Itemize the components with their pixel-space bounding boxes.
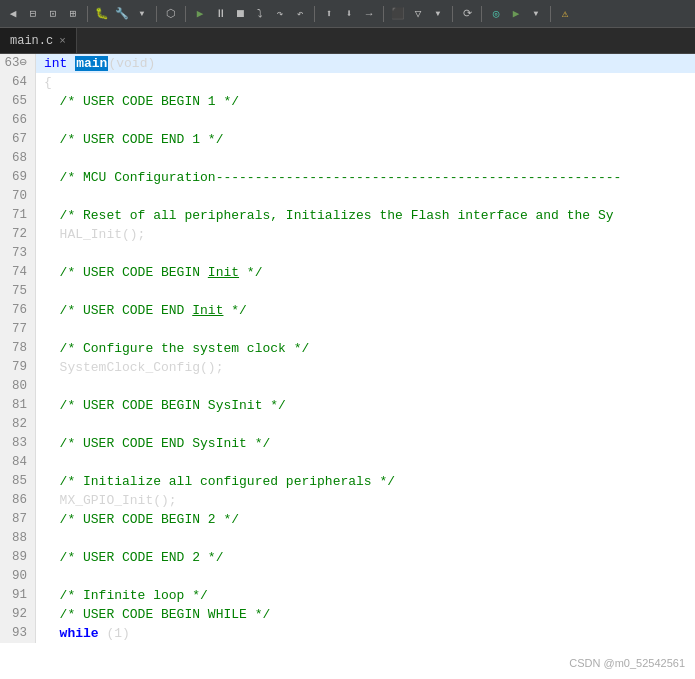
toolbar-stop[interactable]: ⏹ <box>231 5 249 23</box>
code-line: /* Reset of all peripherals, Initializes… <box>36 206 695 225</box>
tab-bar: main.c × <box>0 28 695 54</box>
toolbar-icon-bug[interactable]: 🐛 <box>93 5 111 23</box>
code-line: /* USER CODE END Init */ <box>36 301 695 320</box>
line-number: 81 <box>0 396 36 415</box>
table-row: 90 <box>0 567 695 586</box>
line-number: 88 <box>0 529 36 548</box>
code-line: /* USER CODE BEGIN Init */ <box>36 263 695 282</box>
code-line: /* Configure the system clock */ <box>36 339 695 358</box>
code-line <box>36 149 695 168</box>
toolbar-run[interactable]: ▶ <box>191 5 209 23</box>
line-number: 90 <box>0 567 36 586</box>
line-number: 72 <box>0 225 36 244</box>
table-row: 92 /* USER CODE BEGIN WHILE */ <box>0 605 695 624</box>
table-row: 80 <box>0 377 695 396</box>
line-number: 80 <box>0 377 36 396</box>
toolbar-step-out[interactable]: ↶ <box>291 5 309 23</box>
line-number: 79 <box>0 358 36 377</box>
line-number: 89 <box>0 548 36 567</box>
table-row: 91 /* Infinite loop */ <box>0 586 695 605</box>
code-line: /* Infinite loop */ <box>36 586 695 605</box>
table-row: 85 /* Initialize all configured peripher… <box>0 472 695 491</box>
table-row: 75 <box>0 282 695 301</box>
table-row: 78 /* Configure the system clock */ <box>0 339 695 358</box>
toolbar-icon-hex[interactable]: ⬡ <box>162 5 180 23</box>
code-line <box>36 453 695 472</box>
code-line: /* USER CODE BEGIN WHILE */ <box>36 605 695 624</box>
line-number: 77 <box>0 320 36 339</box>
toolbar-icon-prog[interactable]: ▽ <box>409 5 427 23</box>
toolbar-sep-1 <box>87 6 88 22</box>
toolbar-sep-6 <box>452 6 453 22</box>
line-number: 92 <box>0 605 36 624</box>
toolbar-icon-3[interactable]: ⊡ <box>44 5 62 23</box>
toolbar-icon-warning[interactable]: ⚠ <box>556 5 574 23</box>
toolbar-icon-right[interactable]: → <box>360 5 378 23</box>
line-number: 66 <box>0 111 36 130</box>
code-line <box>36 415 695 434</box>
table-row: 71 /* Reset of all peripherals, Initiali… <box>0 206 695 225</box>
line-number: 69 <box>0 168 36 187</box>
toolbar-sep-4 <box>314 6 315 22</box>
toolbar-icon-2[interactable]: ⊟ <box>24 5 42 23</box>
code-line <box>36 567 695 586</box>
toolbar-sep-5 <box>383 6 384 22</box>
code-line: /* USER CODE BEGIN 1 */ <box>36 92 695 111</box>
code-line <box>36 187 695 206</box>
table-row: 70 <box>0 187 695 206</box>
toolbar-dropdown-arrow3[interactable]: ▼ <box>527 5 545 23</box>
table-row: 79 SystemClock_Config(); <box>0 358 695 377</box>
toolbar-step-into[interactable]: ⤵ <box>251 5 269 23</box>
toolbar-step-over[interactable]: ↷ <box>271 5 289 23</box>
line-number: 83 <box>0 434 36 453</box>
toolbar-icon-1[interactable]: ◀ <box>4 5 22 23</box>
line-number: 67 <box>0 130 36 149</box>
code-line <box>36 320 695 339</box>
toolbar-sep-8 <box>550 6 551 22</box>
line-number: 74 <box>0 263 36 282</box>
toolbar-icon-4[interactable]: ⊞ <box>64 5 82 23</box>
table-row: 74 /* USER CODE BEGIN Init */ <box>0 263 695 282</box>
code-area[interactable]: 63⊖ int main(void) 64 { 65 /* USER CODE … <box>0 54 695 679</box>
watermark: CSDN @m0_52542561 <box>569 657 685 669</box>
line-number: 76 <box>0 301 36 320</box>
code-line: /* USER CODE END SysInit */ <box>36 434 695 453</box>
code-line <box>36 244 695 263</box>
line-number: 78 <box>0 339 36 358</box>
table-row: 63⊖ int main(void) <box>0 54 695 73</box>
code-line: int main(void) <box>36 54 695 73</box>
toolbar-dropdown-arrow2[interactable]: ▼ <box>429 5 447 23</box>
code-line: while (1) <box>36 624 695 643</box>
toolbar-icon-up[interactable]: ⬆ <box>320 5 338 23</box>
line-number: 73 <box>0 244 36 263</box>
toolbar-sep-7 <box>481 6 482 22</box>
table-row: 68 <box>0 149 695 168</box>
toolbar-icon-down[interactable]: ⬇ <box>340 5 358 23</box>
table-row: 86 MX_GPIO_Init(); <box>0 491 695 510</box>
toolbar: ◀ ⊟ ⊡ ⊞ 🐛 🔧 ▼ ⬡ ▶ ⏸ ⏹ ⤵ ↷ ↶ ⬆ ⬇ → ⬛ ▽ ▼ … <box>0 0 695 28</box>
toolbar-icon-run2[interactable]: ▶ <box>507 5 525 23</box>
toolbar-pause[interactable]: ⏸ <box>211 5 229 23</box>
line-number: 71 <box>0 206 36 225</box>
tab-close-button[interactable]: × <box>59 35 66 47</box>
code-line: MX_GPIO_Init(); <box>36 491 695 510</box>
toolbar-dropdown-arrow[interactable]: ▼ <box>133 5 151 23</box>
toolbar-icon-refresh[interactable]: ⟳ <box>458 5 476 23</box>
line-number: 63⊖ <box>0 54 36 73</box>
table-row: 93 while (1) <box>0 624 695 643</box>
code-line: HAL_Init(); <box>36 225 695 244</box>
code-line <box>36 529 695 548</box>
table-row: 89 /* USER CODE END 2 */ <box>0 548 695 567</box>
toolbar-sep-3 <box>185 6 186 22</box>
table-row: 83 /* USER CODE END SysInit */ <box>0 434 695 453</box>
table-row: 66 <box>0 111 695 130</box>
code-line: /* USER CODE BEGIN 2 */ <box>36 510 695 529</box>
line-number: 86 <box>0 491 36 510</box>
toolbar-icon-wrench[interactable]: 🔧 <box>113 5 131 23</box>
table-row: 82 <box>0 415 695 434</box>
tab-main-c[interactable]: main.c × <box>0 28 77 53</box>
line-number: 70 <box>0 187 36 206</box>
toolbar-icon-chip[interactable]: ⬛ <box>389 5 407 23</box>
toolbar-icon-target[interactable]: ◎ <box>487 5 505 23</box>
table-row: 84 <box>0 453 695 472</box>
